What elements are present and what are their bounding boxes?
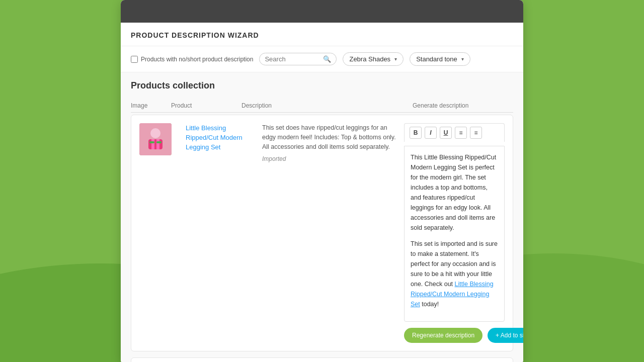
text-toolbar-1: B I U ≡ ≡: [404, 123, 505, 142]
table-row: Little Blessing Ripped/Cut Modern Leggin…: [131, 115, 513, 351]
svg-point-3: [150, 128, 160, 138]
underline-button[interactable]: U: [440, 127, 452, 139]
top-bar: [121, 0, 523, 23]
vendor-dropdown-label: Zebra Shades: [349, 55, 390, 63]
product-name-1[interactable]: Little Blessing Ripped/Cut Modern Leggin…: [186, 123, 256, 152]
section-title: Products collection: [131, 80, 513, 91]
search-input[interactable]: [265, 55, 320, 63]
product-desc-1: This set does have ripped/cut leggings f…: [262, 123, 398, 162]
main-window: PRODUCT DESCRIPTION WIZARD Products with…: [121, 0, 523, 362]
svg-rect-4: [148, 139, 163, 149]
generate-area-1: B I U ≡ ≡ This Little Blessing Ripped/Cu…: [404, 123, 505, 343]
numbered-list-button[interactable]: ≡: [470, 127, 482, 139]
page-title: PRODUCT DESCRIPTION WIZARD: [131, 31, 259, 39]
add-to-site-button-1[interactable]: + Add to site: [488, 328, 523, 343]
search-box[interactable]: 🔍: [259, 53, 337, 65]
bullet-list-button[interactable]: ≡: [455, 127, 467, 139]
col-generate: Generate description: [413, 102, 513, 109]
svg-rect-8: [156, 141, 162, 143]
toolbar: Products with no/short product descripti…: [121, 46, 523, 72]
vendor-dropdown[interactable]: Zebra Shades ▾: [343, 52, 404, 66]
svg-rect-5: [151, 139, 154, 149]
tone-dropdown[interactable]: Standard tone ▾: [410, 52, 470, 66]
content-area: Products collection Image Product Descri…: [121, 72, 523, 362]
italic-button[interactable]: I: [425, 127, 437, 139]
header: PRODUCT DESCRIPTION WIZARD: [121, 23, 523, 46]
tone-chevron-icon: ▾: [461, 56, 464, 62]
generated-para-2: This set is imported and is sure to make…: [411, 239, 498, 309]
vendor-chevron-icon: ▾: [394, 56, 397, 62]
generated-para-1: This Little Blessing Ripped/Cut Modern L…: [411, 152, 498, 233]
col-image: Image: [131, 102, 171, 109]
table-row: BLESSED Blessed Mini Top Accessories Sol…: [131, 357, 513, 362]
product-thumbnail-1: [139, 123, 172, 155]
table-header: Image Product Description Generate descr…: [131, 99, 513, 113]
filter-checkbox[interactable]: [131, 56, 138, 63]
svg-rect-7: [149, 141, 154, 143]
action-buttons-1: Regenerate description + Add to site: [404, 328, 505, 343]
search-icon: 🔍: [323, 55, 331, 63]
product-image-1: [139, 123, 172, 155]
svg-rect-6: [156, 139, 159, 149]
regenerate-button-1[interactable]: Regenerate description: [404, 328, 482, 343]
col-product: Product: [171, 102, 242, 109]
filter-label: Products with no/short product descripti…: [141, 56, 253, 63]
generated-text-box-1[interactable]: This Little Blessing Ripped/Cut Modern L…: [404, 146, 505, 322]
tone-dropdown-label: Standard tone: [416, 55, 457, 63]
filter-checkbox-label[interactable]: Products with no/short product descripti…: [131, 56, 253, 63]
bold-button[interactable]: B: [410, 127, 422, 139]
col-description: Description: [242, 102, 413, 109]
